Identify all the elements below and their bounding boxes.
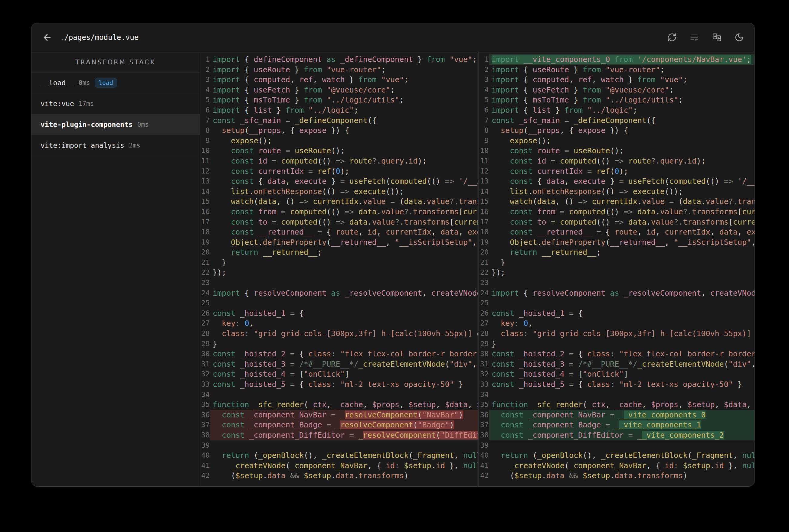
code-text: const { data, execute } = useFetch(compu… — [210, 176, 478, 187]
line-number: 39 — [200, 440, 210, 451]
code-text: const __returned__ = { route, id, curren… — [489, 227, 754, 237]
code-text: Object.defineProperty(__returned__, "__i… — [489, 237, 754, 248]
code-line: 8 setup(__props, { expose }) { — [200, 126, 478, 136]
code-line: 9 expose(); — [479, 136, 754, 146]
code-line: 26const _hoisted_1 = { — [200, 308, 478, 319]
code-text: } — [210, 339, 478, 349]
code-line: 42 ($setup.data && $setup.data.transform… — [200, 471, 478, 481]
line-number: 12 — [479, 166, 489, 176]
code-text: import { resolveComponent as _resolveCom… — [210, 288, 478, 298]
plugin-name: vite:vue — [40, 100, 74, 108]
line-number: 13 — [479, 176, 489, 187]
code-text: import { msToTime } from "../logic/utils… — [210, 95, 478, 105]
code-line: 24import { resolveComponent as _resolveC… — [479, 288, 754, 298]
code-text: import { list } from "../logic"; — [489, 105, 754, 115]
line-number: 33 — [479, 379, 489, 390]
wrap-lines-button[interactable] — [689, 32, 699, 43]
code-line: 31const _hoisted_3 = /*#__PURE__*/_creat… — [200, 359, 478, 369]
line-number: 13 — [200, 176, 210, 187]
line-number: 25 — [200, 298, 210, 308]
plugin-name: vite-plugin-components — [40, 120, 133, 129]
code-line: 33const _hoisted_5 = { class: "ml-2 text… — [479, 379, 754, 390]
transform-stack-item-vite-import-analysis[interactable]: vite:import-analysis2ms — [32, 135, 200, 156]
load-badge: load — [95, 78, 117, 88]
line-number: 22 — [200, 267, 210, 278]
theme-toggle-button[interactable] — [734, 32, 744, 43]
line-number: 41 — [200, 461, 210, 471]
code-line: 30const _hoisted_2 = { class: "flex flex… — [479, 349, 754, 359]
line-number: 19 — [200, 237, 210, 248]
code-text: import { defineComponent as _defineCompo… — [210, 54, 478, 65]
code-line: 16 const from = computed(() => data.valu… — [200, 207, 478, 217]
line-number: 2 — [200, 65, 210, 75]
line-number: 15 — [479, 196, 489, 207]
code-text: const id = computed(() => route?.query.i… — [210, 156, 478, 166]
transform-time: 0ms — [79, 79, 90, 87]
line-number: 30 — [479, 349, 489, 359]
line-number: 1 — [479, 54, 489, 65]
code-text: function _sfc_render(_ctx, _cache, $prop… — [489, 400, 754, 410]
code-text: const id = computed(() => route?.query.i… — [489, 156, 754, 166]
arrow-left-icon — [42, 32, 52, 43]
code-text: import { computed, ref, watch } from "vu… — [210, 75, 478, 85]
code-text: const _sfc_main = _defineComponent({ — [210, 115, 478, 126]
line-number: 27 — [479, 318, 489, 328]
code-line: 1import { defineComponent as _defineComp… — [200, 54, 478, 65]
code-line: 13 const { data, execute } = useFetch(co… — [479, 176, 754, 187]
diff-panel-before[interactable]: 1import { defineComponent as _defineComp… — [200, 52, 478, 486]
transform-stack-item-vite-plugin-components[interactable]: vite-plugin-components0ms — [32, 114, 200, 135]
code-line: 22}); — [200, 267, 478, 278]
title-path: /pages/module.vue — [64, 33, 139, 42]
code-line: 18 const __returned__ = { route, id, cur… — [200, 227, 478, 237]
line-number: 9 — [200, 136, 210, 146]
code-line: 3import { computed, ref, watch } from "v… — [479, 75, 754, 85]
code-line: 5import { msToTime } from "../logic/util… — [479, 95, 754, 105]
split-panels-icon — [712, 33, 721, 42]
plugin-name: vite:import-analysis — [40, 141, 124, 149]
line-number: 8 — [200, 126, 210, 136]
split-panels-button[interactable] — [712, 32, 722, 43]
line-number: 10 — [200, 146, 210, 156]
title-bar: ./pages/module.vue — [32, 23, 754, 52]
line-number: 24 — [479, 288, 489, 298]
line-number: 40 — [200, 450, 210, 461]
back-button[interactable] — [40, 31, 54, 44]
code-line: 28 class: "grid grid-cols-[300px,3fr] h-… — [200, 328, 478, 339]
line-number: 33 — [200, 379, 210, 390]
code-line: 4import { useFetch } from "@vueuse/core"… — [479, 85, 754, 95]
code-line: 33const _hoisted_5 = { class: "ml-2 text… — [200, 379, 478, 390]
code-line: 26const _hoisted_1 = { — [479, 308, 754, 319]
code-text: setup(__props, { expose }) { — [489, 126, 754, 136]
code-line: 32const _hoisted_4 = ["onClick"] — [200, 369, 478, 379]
diff-panel-after[interactable]: 1import __vite_components_0 from '/compo… — [478, 52, 754, 486]
code-line: 41 _createVNode(_component_NavBar, { id:… — [200, 461, 478, 471]
diff-view: 1import { defineComponent as _defineComp… — [200, 52, 754, 486]
transform-time: 2ms — [129, 142, 140, 149]
code-text — [489, 278, 754, 288]
line-number: 2 — [479, 65, 489, 75]
transform-stack-item--load-[interactable]: __load__0msload — [32, 73, 200, 93]
code-text: import { useFetch } from "@vueuse/core"; — [210, 85, 478, 95]
code-line: 22}); — [479, 267, 754, 278]
code-text: const _component_NavBar = _resolveCompon… — [210, 410, 478, 420]
code-text: const __returned__ = { route, id, curren… — [210, 227, 478, 237]
code-line: 34 — [200, 390, 478, 400]
code-line: 30const _hoisted_2 = { class: "flex flex… — [200, 349, 478, 359]
titlebar-actions — [667, 32, 744, 43]
line-number: 5 — [200, 95, 210, 105]
code-text: import { useRoute } from "vue-router"; — [210, 65, 478, 75]
line-number: 14 — [479, 187, 489, 197]
line-number: 34 — [200, 390, 210, 400]
refresh-button[interactable] — [667, 32, 677, 43]
code-line: 17 const to = computed(() => data.value?… — [479, 217, 754, 227]
transform-stack-item-vite-vue[interactable]: vite:vue17ms — [32, 93, 200, 114]
code-text — [489, 440, 754, 451]
code-line: 12 const currentIdx = ref(0); — [200, 166, 478, 176]
line-number: 4 — [479, 85, 489, 95]
code-text: list.onFetchResponse(() => execute()); — [210, 187, 478, 197]
line-number: 27 — [200, 318, 210, 328]
code-line: 36 const _component_NavBar = __vite_comp… — [479, 410, 754, 420]
code-text: import { list } from "../logic"; — [210, 105, 478, 115]
line-number: 37 — [479, 420, 489, 430]
code-text: key: 0, — [210, 318, 478, 328]
